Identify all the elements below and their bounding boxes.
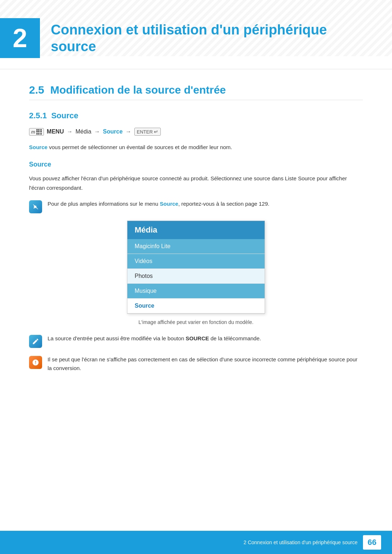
note1-text: Pour de plus amples informations sur le … [48,200,269,208]
chapter-number: 2 [0,18,40,58]
warning-icon [32,359,39,366]
pencil-icon [32,338,39,345]
main-content: 2.5 Modification de la source d'entrée 2… [0,69,392,409]
note2-box: La source d'entrée peut aussi être modif… [29,334,363,348]
menu-label: MENU [47,128,64,135]
menu-item-videos: Vidéos [127,254,265,269]
note2-text: La source d'entrée peut aussi être modif… [48,334,261,343]
note2-icon [29,335,42,348]
arrow3: → [126,128,131,135]
enter-icon: ENTER ↵ [134,128,161,136]
note3-text: Il se peut que l'écran ne s'affiche pas … [48,355,363,373]
page-number: 66 [363,535,381,550]
media-label: Média [75,128,91,135]
description-body: vous permet de sélectionner un éventail … [49,144,232,150]
source-subheading: Source [29,161,363,168]
svg-text:✎: ✎ [33,205,37,209]
chapter-title: Connexion et utilisation d'un périphériq… [51,15,370,55]
note1-box: ✎ Pour de plus amples informations sur l… [29,200,363,213]
menu-screenshot: Média Magicinfo Lite Vidéos Photos Musiq… [127,221,265,314]
note1-icon: ✎ [29,200,42,213]
info-icon: ✎ [32,203,39,210]
description-text: Source vous permet de sélectionner un év… [29,143,363,152]
arrow1: → [67,128,73,135]
note3-icon [29,356,42,369]
source-label-path: Source [103,128,123,135]
menu-path: m MENU → Média → Source → ENTER ↵ [29,128,363,136]
menu-header: Média [127,221,265,239]
menu-item-musique: Musique [127,284,265,299]
page-footer: 2 Connexion et utilisation d'un périphér… [0,531,392,554]
menu-item-magicinfo: Magicinfo Lite [127,239,265,254]
menu-item-source: Source [127,299,265,313]
caption-text: L'image affichée peut varier en fonction… [29,319,363,325]
menu-icon: m [29,128,44,136]
section-title: 2.5 Modification de la source d'entrée [29,84,363,100]
note1-highlight: Source [160,201,178,207]
chapter-header: 2 Connexion et utilisation d'un périphér… [0,0,392,69]
note3-box: Il se peut que l'écran ne s'affiche pas … [29,355,363,373]
footer-text: 2 Connexion et utilisation d'un périphér… [244,539,358,545]
description-highlight: Source [29,144,48,150]
subsection-title: 2.5.1 Source [29,111,363,120]
menu-item-photos: Photos [127,269,265,284]
body-text: Vous pouvez afficher l'écran d'un périph… [29,174,363,192]
arrow2: → [94,128,100,135]
